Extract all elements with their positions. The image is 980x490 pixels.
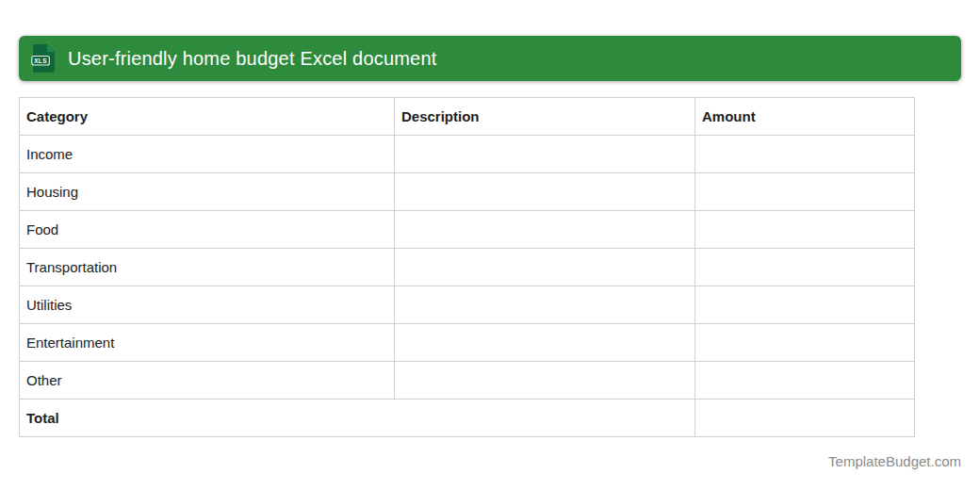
category-cell: Income [20, 136, 395, 173]
table-header-row: Category Description Amount [20, 98, 915, 136]
category-cell: Other [20, 362, 395, 400]
description-cell [395, 136, 695, 173]
page-title: User-friendly home budget Excel document [68, 48, 437, 70]
budget-table: Category Description Amount Income Housi… [19, 97, 915, 437]
amount-cell [695, 362, 915, 400]
site-credit-link[interactable]: TemplateBudget.com [828, 453, 961, 469]
table-row-income: Income [20, 136, 915, 173]
column-header-category: Category [20, 98, 395, 136]
amount-cell [695, 286, 915, 324]
total-label-cell: Total [20, 400, 695, 437]
category-cell: Food [20, 211, 395, 249]
description-cell [395, 173, 695, 211]
table-row-entertainment: Entertainment [20, 324, 915, 362]
column-header-description: Description [395, 98, 695, 136]
table-row-utilities: Utilities [20, 286, 915, 324]
column-header-amount: Amount [695, 98, 915, 136]
banner: XLS User-friendly home budget Excel docu… [19, 36, 961, 81]
total-amount-cell [695, 400, 915, 437]
category-cell: Utilities [20, 286, 395, 324]
table-row-total: Total [20, 400, 915, 437]
category-cell: Entertainment [20, 324, 395, 362]
description-cell [395, 211, 695, 249]
amount-cell [695, 211, 915, 249]
amount-cell [695, 249, 915, 286]
xls-icon-label: XLS [34, 57, 47, 64]
amount-cell [695, 173, 915, 211]
table-row-food: Food [20, 211, 915, 249]
description-cell [395, 249, 695, 286]
table-row-transportation: Transportation [20, 249, 915, 286]
amount-cell [695, 136, 915, 173]
table-row-other: Other [20, 362, 915, 400]
amount-cell [695, 324, 915, 362]
description-cell [395, 362, 695, 400]
xls-file-icon: XLS [31, 44, 56, 73]
category-cell: Housing [20, 173, 395, 211]
description-cell [395, 324, 695, 362]
table-row-housing: Housing [20, 173, 915, 211]
category-cell: Transportation [20, 249, 395, 286]
description-cell [395, 286, 695, 324]
